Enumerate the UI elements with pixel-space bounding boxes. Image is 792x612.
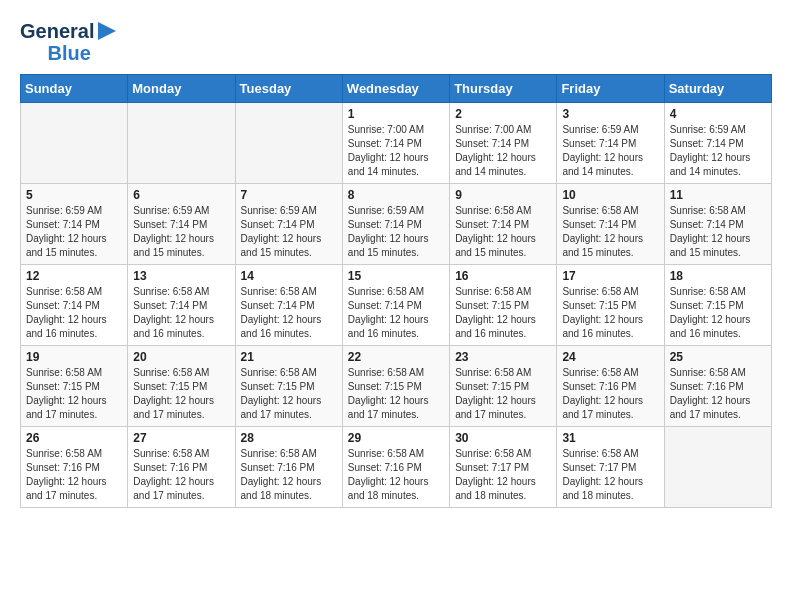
calendar-cell: 25Sunrise: 6:58 AMSunset: 7:16 PMDayligh… [664,346,771,427]
calendar-cell: 31Sunrise: 6:58 AMSunset: 7:17 PMDayligh… [557,427,664,508]
calendar-cell: 20Sunrise: 6:58 AMSunset: 7:15 PMDayligh… [128,346,235,427]
day-number: 15 [348,269,444,283]
calendar-cell: 19Sunrise: 6:58 AMSunset: 7:15 PMDayligh… [21,346,128,427]
calendar-week-row: 5Sunrise: 6:59 AMSunset: 7:14 PMDaylight… [21,184,772,265]
day-info: Sunrise: 6:58 AMSunset: 7:15 PMDaylight:… [455,366,551,422]
day-info: Sunrise: 6:58 AMSunset: 7:15 PMDaylight:… [26,366,122,422]
day-info: Sunrise: 6:58 AMSunset: 7:16 PMDaylight:… [562,366,658,422]
calendar-week-row: 19Sunrise: 6:58 AMSunset: 7:15 PMDayligh… [21,346,772,427]
calendar-cell: 18Sunrise: 6:58 AMSunset: 7:15 PMDayligh… [664,265,771,346]
calendar-cell [664,427,771,508]
day-info: Sunrise: 7:00 AMSunset: 7:14 PMDaylight:… [348,123,444,179]
day-info: Sunrise: 6:58 AMSunset: 7:14 PMDaylight:… [133,285,229,341]
page-header: General Blue [20,20,772,64]
weekday-header-tuesday: Tuesday [235,75,342,103]
calendar-week-row: 26Sunrise: 6:58 AMSunset: 7:16 PMDayligh… [21,427,772,508]
calendar-cell: 24Sunrise: 6:58 AMSunset: 7:16 PMDayligh… [557,346,664,427]
day-info: Sunrise: 6:58 AMSunset: 7:16 PMDaylight:… [670,366,766,422]
day-number: 6 [133,188,229,202]
day-number: 3 [562,107,658,121]
calendar-cell: 26Sunrise: 6:58 AMSunset: 7:16 PMDayligh… [21,427,128,508]
day-number: 25 [670,350,766,364]
calendar-cell: 1Sunrise: 7:00 AMSunset: 7:14 PMDaylight… [342,103,449,184]
logo-arrow-icon [96,20,118,42]
svg-marker-0 [98,22,116,40]
day-info: Sunrise: 6:58 AMSunset: 7:14 PMDaylight:… [241,285,337,341]
calendar-cell: 21Sunrise: 6:58 AMSunset: 7:15 PMDayligh… [235,346,342,427]
day-info: Sunrise: 6:58 AMSunset: 7:15 PMDaylight:… [241,366,337,422]
calendar-cell: 12Sunrise: 6:58 AMSunset: 7:14 PMDayligh… [21,265,128,346]
day-number: 19 [26,350,122,364]
day-info: Sunrise: 6:58 AMSunset: 7:15 PMDaylight:… [133,366,229,422]
day-number: 30 [455,431,551,445]
calendar-week-row: 12Sunrise: 6:58 AMSunset: 7:14 PMDayligh… [21,265,772,346]
day-info: Sunrise: 6:58 AMSunset: 7:15 PMDaylight:… [670,285,766,341]
weekday-header-thursday: Thursday [450,75,557,103]
day-info: Sunrise: 6:58 AMSunset: 7:17 PMDaylight:… [455,447,551,503]
day-number: 27 [133,431,229,445]
calendar-header-row: SundayMondayTuesdayWednesdayThursdayFrid… [21,75,772,103]
day-number: 11 [670,188,766,202]
day-info: Sunrise: 6:59 AMSunset: 7:14 PMDaylight:… [241,204,337,260]
calendar-cell: 8Sunrise: 6:59 AMSunset: 7:14 PMDaylight… [342,184,449,265]
calendar-cell: 6Sunrise: 6:59 AMSunset: 7:14 PMDaylight… [128,184,235,265]
calendar-cell: 23Sunrise: 6:58 AMSunset: 7:15 PMDayligh… [450,346,557,427]
calendar-cell: 3Sunrise: 6:59 AMSunset: 7:14 PMDaylight… [557,103,664,184]
day-number: 5 [26,188,122,202]
calendar-cell: 9Sunrise: 6:58 AMSunset: 7:14 PMDaylight… [450,184,557,265]
calendar-cell: 30Sunrise: 6:58 AMSunset: 7:17 PMDayligh… [450,427,557,508]
day-info: Sunrise: 6:58 AMSunset: 7:14 PMDaylight:… [348,285,444,341]
calendar-cell: 13Sunrise: 6:58 AMSunset: 7:14 PMDayligh… [128,265,235,346]
day-number: 12 [26,269,122,283]
calendar-cell [21,103,128,184]
day-number: 9 [455,188,551,202]
day-number: 7 [241,188,337,202]
logo-general-text: General [20,20,94,42]
calendar-cell: 29Sunrise: 6:58 AMSunset: 7:16 PMDayligh… [342,427,449,508]
day-info: Sunrise: 6:58 AMSunset: 7:14 PMDaylight:… [455,204,551,260]
day-number: 28 [241,431,337,445]
day-number: 8 [348,188,444,202]
calendar-cell: 14Sunrise: 6:58 AMSunset: 7:14 PMDayligh… [235,265,342,346]
weekday-header-saturday: Saturday [664,75,771,103]
calendar-cell: 5Sunrise: 6:59 AMSunset: 7:14 PMDaylight… [21,184,128,265]
day-info: Sunrise: 6:58 AMSunset: 7:16 PMDaylight:… [26,447,122,503]
day-info: Sunrise: 6:59 AMSunset: 7:14 PMDaylight:… [348,204,444,260]
weekday-header-sunday: Sunday [21,75,128,103]
day-number: 24 [562,350,658,364]
day-number: 31 [562,431,658,445]
day-info: Sunrise: 6:58 AMSunset: 7:14 PMDaylight:… [670,204,766,260]
day-info: Sunrise: 6:58 AMSunset: 7:16 PMDaylight:… [133,447,229,503]
weekday-header-wednesday: Wednesday [342,75,449,103]
day-number: 1 [348,107,444,121]
calendar-cell: 16Sunrise: 6:58 AMSunset: 7:15 PMDayligh… [450,265,557,346]
day-number: 23 [455,350,551,364]
calendar-week-row: 1Sunrise: 7:00 AMSunset: 7:14 PMDaylight… [21,103,772,184]
day-number: 17 [562,269,658,283]
weekday-header-monday: Monday [128,75,235,103]
day-number: 2 [455,107,551,121]
logo: General Blue [20,20,118,64]
day-info: Sunrise: 6:59 AMSunset: 7:14 PMDaylight:… [26,204,122,260]
logo-blue-text: Blue [48,42,91,64]
day-number: 16 [455,269,551,283]
calendar-cell: 7Sunrise: 6:59 AMSunset: 7:14 PMDaylight… [235,184,342,265]
day-info: Sunrise: 6:58 AMSunset: 7:14 PMDaylight:… [26,285,122,341]
day-info: Sunrise: 6:58 AMSunset: 7:16 PMDaylight:… [348,447,444,503]
calendar-cell: 15Sunrise: 6:58 AMSunset: 7:14 PMDayligh… [342,265,449,346]
calendar-cell: 10Sunrise: 6:58 AMSunset: 7:14 PMDayligh… [557,184,664,265]
day-number: 10 [562,188,658,202]
weekday-header-friday: Friday [557,75,664,103]
day-info: Sunrise: 6:58 AMSunset: 7:17 PMDaylight:… [562,447,658,503]
calendar-cell: 27Sunrise: 6:58 AMSunset: 7:16 PMDayligh… [128,427,235,508]
day-info: Sunrise: 6:58 AMSunset: 7:15 PMDaylight:… [455,285,551,341]
day-number: 26 [26,431,122,445]
day-info: Sunrise: 6:59 AMSunset: 7:14 PMDaylight:… [670,123,766,179]
calendar-table: SundayMondayTuesdayWednesdayThursdayFrid… [20,74,772,508]
calendar-cell: 2Sunrise: 7:00 AMSunset: 7:14 PMDaylight… [450,103,557,184]
day-info: Sunrise: 7:00 AMSunset: 7:14 PMDaylight:… [455,123,551,179]
day-number: 22 [348,350,444,364]
day-info: Sunrise: 6:58 AMSunset: 7:16 PMDaylight:… [241,447,337,503]
day-number: 18 [670,269,766,283]
day-number: 29 [348,431,444,445]
